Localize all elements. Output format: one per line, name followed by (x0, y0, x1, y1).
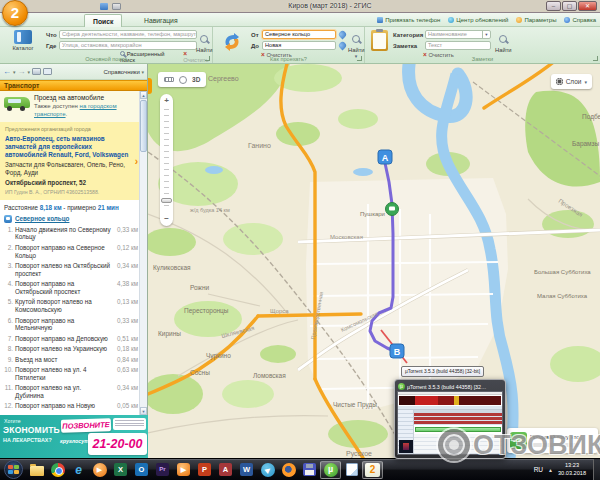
zoom-handle[interactable] (161, 198, 172, 203)
swap-route-icon[interactable] (221, 31, 243, 53)
map-svg[interactable]: Сергеево Ганино ж/д будка 14 км Пушкари … (148, 64, 600, 458)
forward-icon[interactable]: → (18, 67, 26, 77)
link-help[interactable]: Справка (564, 17, 596, 23)
taskbar-outlook[interactable]: O (131, 461, 152, 479)
ruler-icon[interactable] (164, 77, 174, 82)
chevron-right-icon[interactable]: › (135, 156, 138, 169)
taskbar-explorer[interactable] (26, 461, 47, 479)
taskbar-access[interactable]: A (215, 461, 236, 479)
notes-find-button[interactable]: Найти (495, 29, 511, 53)
category-select[interactable]: Наименование▾ (425, 30, 491, 39)
zoom-slider[interactable]: + − (160, 94, 173, 226)
tray-expand-icon[interactable]: ▲ (548, 467, 553, 473)
chevron-down-icon[interactable]: ▾ (13, 69, 16, 75)
maximize-button[interactable]: ▢ (562, 1, 577, 11)
to-pin-icon[interactable] (338, 41, 348, 51)
zoom-track[interactable] (164, 109, 169, 211)
note-input[interactable]: Текст (425, 41, 491, 50)
route-marker-b[interactable]: B (390, 344, 404, 358)
taskbar-chrome[interactable] (47, 461, 68, 479)
route-summary: Расстояние 8,18 км - примерно 21 мин (0, 200, 140, 213)
route-start-link[interactable]: Северное кольцо (0, 213, 140, 224)
taskbar-floppy[interactable] (299, 461, 320, 479)
taskbar-ie[interactable]: e (68, 461, 89, 479)
taskbar-clock[interactable]: 13:23 30.03.2018 (558, 462, 588, 477)
from-input[interactable]: Северное кольцо (262, 30, 336, 39)
layers-button[interactable]: Слои ▾ (551, 74, 592, 89)
zoom-out-button[interactable]: − (160, 213, 173, 225)
transport-panel-header[interactable]: Транспорт (0, 80, 147, 91)
what-input[interactable]: Сфера деятельности, название, телефон, м… (59, 30, 197, 39)
chevron-down-icon[interactable]: ▾ (28, 69, 31, 75)
layers-icon (556, 78, 563, 85)
dialog-launcher-icon[interactable] (593, 56, 598, 61)
route-step[interactable]: 4.Поворот направо на Октябрьский проспек… (3, 280, 138, 296)
route-step[interactable]: 12.Поворот направо на Новую0,05 км (3, 402, 138, 410)
scroll-down-icon[interactable]: ▼ (140, 407, 147, 415)
scrollbar-thumb[interactable] (140, 100, 147, 152)
tab-search[interactable]: Поиск (84, 14, 122, 27)
chevron-down-icon[interactable]: ▾ (482, 31, 490, 38)
language-indicator[interactable]: RU (534, 466, 543, 473)
catalog-button[interactable]: Каталог (5, 30, 41, 51)
map-icon[interactable] (100, 3, 108, 10)
route-marker-a[interactable]: A (378, 150, 392, 164)
route-find-button[interactable]: Найти ▾ (348, 29, 364, 59)
utorrent-window-thumbnail[interactable] (397, 391, 503, 455)
taskbar-telegram[interactable]: ▶ (257, 461, 278, 479)
ad-title[interactable]: Авто-Европеец, сеть магазинов запчастей … (5, 135, 129, 159)
pharmacy-ad-banner[interactable]: Хотите ЭКОНОМИТЬ НА ЛЕКАРСТВАХ? ПОЗВОНИТ… (0, 415, 148, 458)
to-input[interactable]: Новая (262, 41, 336, 50)
route-step[interactable]: 7.Поворот направо на Деповскую0,51 км (3, 335, 138, 343)
taskbar-2gis[interactable]: 2 (362, 461, 383, 479)
link-update-center[interactable]: Центр обновлений (448, 17, 508, 23)
link-parameters[interactable]: Параметры (516, 17, 556, 23)
dialog-launcher-icon[interactable] (205, 56, 210, 61)
link-bind-phone[interactable]: Привязать телефон (377, 17, 440, 23)
taskbar-excel[interactable]: X (110, 461, 131, 479)
2gis-app-logo[interactable]: 2 (2, 0, 28, 26)
taskbar-media-player[interactable]: ▶ (89, 461, 110, 479)
start-button[interactable] (4, 460, 23, 479)
taskbar-powerpoint[interactable]: P (194, 461, 215, 479)
print-icon[interactable] (112, 3, 121, 10)
taskbar-firefox[interactable] (278, 461, 299, 479)
poi-marker[interactable] (386, 203, 399, 216)
tab-navigation[interactable]: Навигация (136, 14, 186, 27)
scroll-up-icon[interactable]: ▲ (140, 91, 147, 99)
print-icon[interactable] (32, 68, 41, 75)
minimize-button[interactable]: – (546, 1, 561, 11)
taskbar-notes[interactable] (341, 461, 362, 479)
route-step[interactable]: 9.Въезд на мост0,84 км (3, 356, 138, 364)
zoom-in-button[interactable]: + (160, 95, 173, 107)
route-step[interactable]: 10.Поворот налево на ул. 4 Пятилетки0,63… (3, 366, 138, 382)
route-step[interactable]: 6.Поворот направо на Мельничную0,33 км (3, 317, 138, 333)
sponsored-block[interactable]: Предложения организаций города Авто-Евро… (0, 122, 140, 200)
show-desktop-button[interactable] (593, 459, 600, 480)
back-icon[interactable]: ← (3, 67, 11, 77)
route-step[interactable]: 8.Поворот налево на Украинскую0,18 км (3, 345, 138, 353)
taskbar-player2[interactable]: ▶ (173, 461, 194, 479)
where-input[interactable]: Улица, остановка, микрорайон (59, 41, 197, 50)
title-bar[interactable]: Киров (март 2018) - 2ГИС (0, 0, 600, 13)
sidebar-splitter-handle[interactable] (148, 78, 152, 94)
3d-button[interactable]: 3D (192, 76, 200, 83)
taskbar-utorrent[interactable]: µ (320, 461, 341, 479)
route-step[interactable]: 1.Начало движения по Северному Кольцу0,3… (3, 226, 138, 242)
route-step[interactable]: 2.Поворот направо на Северное Кольцо0,12… (3, 244, 138, 260)
snapshot-icon[interactable] (43, 68, 52, 75)
route-step[interactable]: 3.Поворот налево на Октябрьский проспект… (3, 262, 138, 278)
route-step[interactable]: 11.Поворот налево на ул. Дубинина0,34 км (3, 384, 138, 400)
close-button[interactable]: ✕ (578, 1, 597, 11)
map-ad-banner[interactable]: 2гис Продавай тому, кто (507, 428, 598, 453)
taskbar-premiere[interactable]: Pr (152, 461, 173, 479)
from-pin-icon[interactable] (338, 30, 348, 40)
dialog-launcher-icon[interactable] (357, 56, 362, 61)
compass-icon[interactable] (179, 76, 187, 84)
taskbar-word[interactable]: W (236, 461, 257, 479)
taskbar-thumbnail-preview[interactable]: µ µTorrent 3.5.3 (build 44358) [32… (394, 379, 506, 459)
references-menu[interactable]: Справочники ▾ (103, 69, 144, 75)
route-step[interactable]: 5.Крутой поворот налево на Комсомольскую… (3, 298, 138, 314)
map-canvas[interactable]: Сергеево Ганино ж/д будка 14 км Пушкари … (148, 64, 600, 458)
sidebar-scrollbar[interactable]: ▲ ▼ (139, 91, 147, 415)
